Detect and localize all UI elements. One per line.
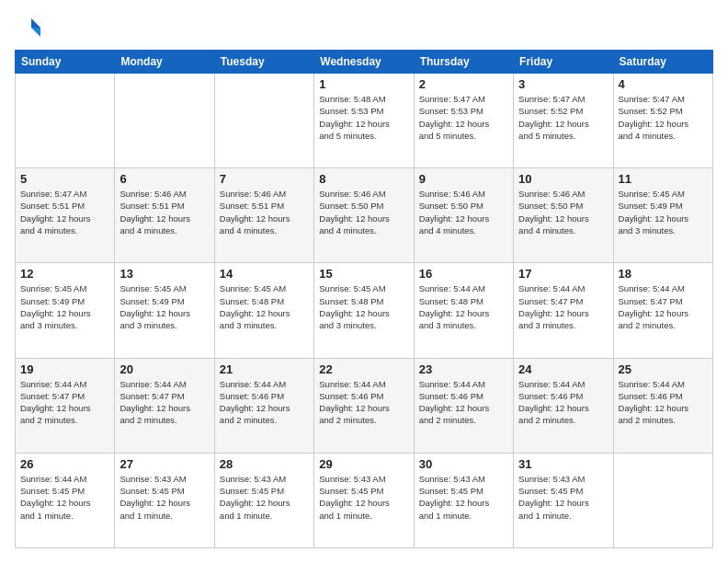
calendar-week-1: 1Sunrise: 5:48 AM Sunset: 5:53 PM Daylig… — [16, 74, 713, 168]
weekday-friday: Friday — [514, 51, 613, 74]
cell-info: Sunrise: 5:45 AM Sunset: 5:49 PM Dayligh… — [20, 282, 109, 331]
day-number: 16 — [419, 267, 508, 281]
day-number: 10 — [518, 172, 608, 186]
page: SundayMondayTuesdayWednesdayThursdayFrid… — [0, 0, 728, 563]
logo — [15, 15, 44, 40]
day-number: 8 — [319, 172, 408, 186]
calendar-cell: 1Sunrise: 5:48 AM Sunset: 5:53 PM Daylig… — [314, 74, 414, 168]
cell-info: Sunrise: 5:48 AM Sunset: 5:53 PM Dayligh… — [319, 93, 408, 142]
calendar-cell: 15Sunrise: 5:45 AM Sunset: 5:48 PM Dayli… — [314, 263, 414, 358]
day-number: 29 — [319, 457, 408, 471]
calendar-week-2: 5Sunrise: 5:47 AM Sunset: 5:51 PM Daylig… — [16, 168, 713, 263]
calendar-cell: 26Sunrise: 5:44 AM Sunset: 5:45 PM Dayli… — [16, 453, 115, 547]
calendar-cell: 3Sunrise: 5:47 AM Sunset: 5:52 PM Daylig… — [514, 74, 613, 168]
cell-info: Sunrise: 5:44 AM Sunset: 5:46 PM Dayligh… — [518, 378, 608, 427]
weekday-tuesday: Tuesday — [214, 51, 313, 74]
calendar-cell: 20Sunrise: 5:44 AM Sunset: 5:47 PM Dayli… — [115, 358, 214, 453]
logo-icon — [15, 15, 40, 40]
cell-info: Sunrise: 5:46 AM Sunset: 5:51 PM Dayligh… — [220, 188, 309, 236]
day-number: 26 — [20, 457, 109, 471]
calendar-week-5: 26Sunrise: 5:44 AM Sunset: 5:45 PM Dayli… — [16, 453, 713, 547]
calendar-cell: 2Sunrise: 5:47 AM Sunset: 5:53 PM Daylig… — [414, 74, 513, 168]
cell-info: Sunrise: 5:46 AM Sunset: 5:50 PM Dayligh… — [319, 188, 408, 236]
day-number: 13 — [119, 267, 209, 281]
day-number: 23 — [419, 362, 508, 376]
cell-info: Sunrise: 5:45 AM Sunset: 5:49 PM Dayligh… — [619, 188, 708, 236]
day-number: 5 — [20, 172, 109, 186]
day-number: 27 — [119, 457, 209, 471]
calendar-cell: 30Sunrise: 5:43 AM Sunset: 5:45 PM Dayli… — [414, 453, 513, 547]
weekday-sunday: Sunday — [16, 51, 115, 74]
day-number: 31 — [518, 457, 608, 471]
calendar-cell: 21Sunrise: 5:44 AM Sunset: 5:46 PM Dayli… — [214, 358, 313, 453]
day-number: 9 — [419, 172, 508, 186]
day-number: 24 — [518, 362, 608, 376]
cell-info: Sunrise: 5:46 AM Sunset: 5:50 PM Dayligh… — [419, 188, 508, 236]
calendar-cell: 6Sunrise: 5:46 AM Sunset: 5:51 PM Daylig… — [115, 168, 214, 263]
calendar-cell — [613, 453, 712, 547]
svg-marker-1 — [31, 28, 40, 37]
calendar-week-3: 12Sunrise: 5:45 AM Sunset: 5:49 PM Dayli… — [16, 263, 713, 358]
cell-info: Sunrise: 5:47 AM Sunset: 5:53 PM Dayligh… — [419, 93, 508, 142]
cell-info: Sunrise: 5:43 AM Sunset: 5:45 PM Dayligh… — [119, 473, 209, 522]
cell-info: Sunrise: 5:43 AM Sunset: 5:45 PM Dayligh… — [220, 473, 309, 522]
cell-info: Sunrise: 5:43 AM Sunset: 5:45 PM Dayligh… — [319, 473, 408, 522]
weekday-thursday: Thursday — [414, 51, 513, 74]
cell-info: Sunrise: 5:44 AM Sunset: 5:47 PM Dayligh… — [619, 282, 708, 331]
calendar-cell — [115, 74, 214, 168]
cell-info: Sunrise: 5:47 AM Sunset: 5:52 PM Dayligh… — [518, 93, 608, 142]
cell-info: Sunrise: 5:44 AM Sunset: 5:47 PM Dayligh… — [20, 378, 109, 427]
weekday-monday: Monday — [115, 51, 214, 74]
calendar-cell: 31Sunrise: 5:43 AM Sunset: 5:45 PM Dayli… — [514, 453, 613, 547]
day-number: 30 — [419, 457, 508, 471]
calendar-cell: 22Sunrise: 5:44 AM Sunset: 5:46 PM Dayli… — [314, 358, 414, 453]
calendar-cell — [214, 74, 313, 168]
day-number: 12 — [20, 267, 109, 281]
cell-info: Sunrise: 5:44 AM Sunset: 5:46 PM Dayligh… — [419, 378, 508, 427]
day-number: 19 — [20, 362, 109, 376]
day-number: 4 — [619, 77, 708, 91]
day-number: 25 — [619, 362, 708, 376]
day-number: 3 — [518, 77, 608, 91]
calendar-cell: 23Sunrise: 5:44 AM Sunset: 5:46 PM Dayli… — [414, 358, 513, 453]
calendar-cell: 13Sunrise: 5:45 AM Sunset: 5:49 PM Dayli… — [115, 263, 214, 358]
cell-info: Sunrise: 5:43 AM Sunset: 5:45 PM Dayligh… — [419, 473, 508, 522]
svg-marker-0 — [31, 18, 40, 28]
calendar-table: SundayMondayTuesdayWednesdayThursdayFrid… — [15, 50, 713, 548]
cell-info: Sunrise: 5:46 AM Sunset: 5:51 PM Dayligh… — [119, 188, 209, 236]
day-number: 20 — [119, 362, 209, 376]
calendar-cell: 17Sunrise: 5:44 AM Sunset: 5:47 PM Dayli… — [514, 263, 613, 358]
cell-info: Sunrise: 5:44 AM Sunset: 5:46 PM Dayligh… — [319, 378, 408, 427]
weekday-saturday: Saturday — [613, 51, 712, 74]
day-number: 6 — [119, 172, 209, 186]
cell-info: Sunrise: 5:43 AM Sunset: 5:45 PM Dayligh… — [518, 473, 608, 522]
calendar-cell: 4Sunrise: 5:47 AM Sunset: 5:52 PM Daylig… — [613, 74, 712, 168]
calendar-cell: 10Sunrise: 5:46 AM Sunset: 5:50 PM Dayli… — [514, 168, 613, 263]
header — [15, 15, 713, 40]
day-number: 18 — [619, 267, 708, 281]
calendar-cell: 7Sunrise: 5:46 AM Sunset: 5:51 PM Daylig… — [214, 168, 313, 263]
day-number: 2 — [419, 77, 508, 91]
weekday-wednesday: Wednesday — [314, 51, 414, 74]
day-number: 15 — [319, 267, 408, 281]
cell-info: Sunrise: 5:44 AM Sunset: 5:46 PM Dayligh… — [619, 378, 708, 427]
weekday-header-row: SundayMondayTuesdayWednesdayThursdayFrid… — [16, 51, 713, 74]
cell-info: Sunrise: 5:47 AM Sunset: 5:52 PM Dayligh… — [619, 93, 708, 142]
calendar-cell: 5Sunrise: 5:47 AM Sunset: 5:51 PM Daylig… — [16, 168, 115, 263]
calendar-cell: 9Sunrise: 5:46 AM Sunset: 5:50 PM Daylig… — [414, 168, 513, 263]
calendar-cell: 18Sunrise: 5:44 AM Sunset: 5:47 PM Dayli… — [613, 263, 712, 358]
calendar-cell: 24Sunrise: 5:44 AM Sunset: 5:46 PM Dayli… — [514, 358, 613, 453]
calendar-cell: 16Sunrise: 5:44 AM Sunset: 5:48 PM Dayli… — [414, 263, 513, 358]
day-number: 14 — [220, 267, 309, 281]
cell-info: Sunrise: 5:46 AM Sunset: 5:50 PM Dayligh… — [518, 188, 608, 236]
cell-info: Sunrise: 5:47 AM Sunset: 5:51 PM Dayligh… — [20, 188, 109, 236]
calendar-cell: 25Sunrise: 5:44 AM Sunset: 5:46 PM Dayli… — [613, 358, 712, 453]
cell-info: Sunrise: 5:45 AM Sunset: 5:49 PM Dayligh… — [119, 282, 209, 331]
cell-info: Sunrise: 5:45 AM Sunset: 5:48 PM Dayligh… — [220, 282, 309, 331]
calendar-week-4: 19Sunrise: 5:44 AM Sunset: 5:47 PM Dayli… — [16, 358, 713, 453]
day-number: 28 — [220, 457, 309, 471]
cell-info: Sunrise: 5:45 AM Sunset: 5:48 PM Dayligh… — [319, 282, 408, 331]
calendar-cell: 29Sunrise: 5:43 AM Sunset: 5:45 PM Dayli… — [314, 453, 414, 547]
day-number: 17 — [518, 267, 608, 281]
day-number: 1 — [319, 77, 408, 91]
